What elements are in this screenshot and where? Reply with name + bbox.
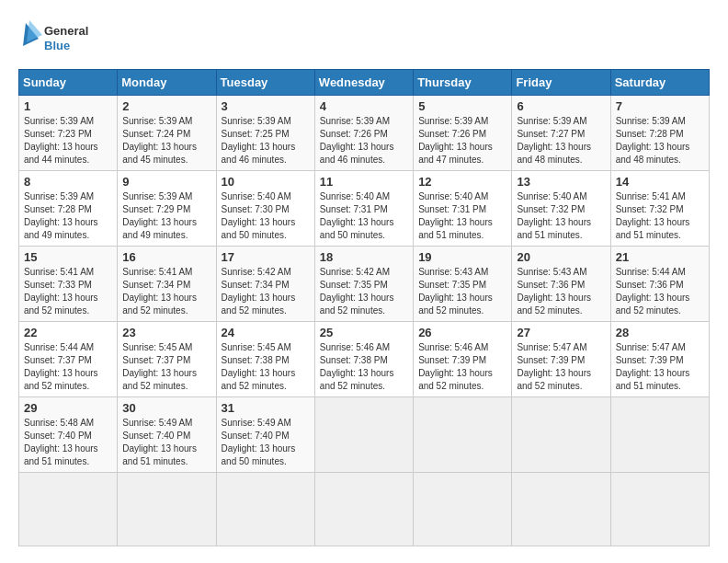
calendar-day-28: 28Sunrise: 5:47 AMSunset: 7:39 PMDayligh… — [610, 322, 709, 397]
calendar-day-31: 31Sunrise: 5:49 AMSunset: 7:40 PMDayligh… — [216, 397, 314, 473]
svg-text:General: General — [44, 24, 88, 38]
calendar-day-21: 21Sunrise: 5:44 AMSunset: 7:36 PMDayligh… — [610, 247, 709, 322]
empty-cell — [512, 473, 610, 546]
calendar-day-10: 10Sunrise: 5:40 AMSunset: 7:30 PMDayligh… — [216, 171, 314, 247]
empty-cell — [414, 473, 512, 546]
calendar-day-11: 11Sunrise: 5:40 AMSunset: 7:31 PMDayligh… — [314, 171, 413, 247]
calendar-body: 1Sunrise: 5:39 AMSunset: 7:23 PMDaylight… — [19, 96, 710, 546]
calendar-day-22: 22Sunrise: 5:44 AMSunset: 7:37 PMDayligh… — [19, 322, 118, 397]
calendar-day-15: 15Sunrise: 5:41 AMSunset: 7:33 PMDayligh… — [19, 247, 118, 322]
calendar-day-20: 20Sunrise: 5:43 AMSunset: 7:36 PMDayligh… — [512, 247, 610, 322]
calendar-day-8: 8Sunrise: 5:39 AMSunset: 7:28 PMDaylight… — [19, 171, 118, 247]
calendar-day-26: 26Sunrise: 5:46 AMSunset: 7:39 PMDayligh… — [414, 322, 512, 397]
empty-cell — [610, 397, 709, 473]
calendar-day-6: 6Sunrise: 5:39 AMSunset: 7:27 PMDaylight… — [512, 96, 610, 171]
calendar-day-27: 27Sunrise: 5:47 AMSunset: 7:39 PMDayligh… — [512, 322, 610, 397]
calendar-day-17: 17Sunrise: 5:42 AMSunset: 7:34 PMDayligh… — [216, 247, 314, 322]
empty-cell — [610, 473, 709, 546]
header-day-thursday: Thursday — [414, 70, 512, 96]
header-day-wednesday: Wednesday — [314, 70, 413, 96]
calendar-day-7: 7Sunrise: 5:39 AMSunset: 7:28 PMDaylight… — [610, 96, 709, 171]
calendar-day-9: 9Sunrise: 5:39 AMSunset: 7:29 PMDaylight… — [118, 171, 216, 247]
calendar-week-2: 8Sunrise: 5:39 AMSunset: 7:28 PMDaylight… — [19, 171, 710, 247]
calendar-week-1: 1Sunrise: 5:39 AMSunset: 7:23 PMDaylight… — [19, 96, 710, 171]
calendar-day-1: 1Sunrise: 5:39 AMSunset: 7:23 PMDaylight… — [19, 96, 118, 171]
calendar-day-12: 12Sunrise: 5:40 AMSunset: 7:31 PMDayligh… — [414, 171, 512, 247]
calendar-header: SundayMondayTuesdayWednesdayThursdayFrid… — [19, 70, 710, 96]
calendar-day-29: 29Sunrise: 5:48 AMSunset: 7:40 PMDayligh… — [19, 397, 118, 473]
calendar-day-18: 18Sunrise: 5:42 AMSunset: 7:35 PMDayligh… — [314, 247, 413, 322]
calendar-day-16: 16Sunrise: 5:41 AMSunset: 7:34 PMDayligh… — [118, 247, 216, 322]
logo: General Blue — [18, 18, 110, 60]
calendar-day-23: 23Sunrise: 5:45 AMSunset: 7:37 PMDayligh… — [118, 322, 216, 397]
page-header: General Blue — [18, 18, 710, 60]
calendar-day-4: 4Sunrise: 5:39 AMSunset: 7:26 PMDaylight… — [314, 96, 413, 171]
empty-cell — [414, 397, 512, 473]
header-day-sunday: Sunday — [19, 70, 118, 96]
calendar-day-24: 24Sunrise: 5:45 AMSunset: 7:38 PMDayligh… — [216, 322, 314, 397]
empty-cell — [118, 473, 216, 546]
calendar-table: SundayMondayTuesdayWednesdayThursdayFrid… — [18, 69, 710, 546]
calendar-day-3: 3Sunrise: 5:39 AMSunset: 7:25 PMDaylight… — [216, 96, 314, 171]
empty-cell — [216, 473, 314, 546]
calendar-day-2: 2Sunrise: 5:39 AMSunset: 7:24 PMDaylight… — [118, 96, 216, 171]
calendar-day-25: 25Sunrise: 5:46 AMSunset: 7:38 PMDayligh… — [314, 322, 413, 397]
calendar-day-5: 5Sunrise: 5:39 AMSunset: 7:26 PMDaylight… — [414, 96, 512, 171]
empty-cell — [314, 397, 413, 473]
empty-cell — [512, 397, 610, 473]
header-day-tuesday: Tuesday — [216, 70, 314, 96]
calendar-week-4: 22Sunrise: 5:44 AMSunset: 7:37 PMDayligh… — [19, 322, 710, 397]
header-day-saturday: Saturday — [610, 70, 709, 96]
header-day-friday: Friday — [512, 70, 610, 96]
calendar-week-3: 15Sunrise: 5:41 AMSunset: 7:33 PMDayligh… — [19, 247, 710, 322]
calendar-week-5: 29Sunrise: 5:48 AMSunset: 7:40 PMDayligh… — [19, 397, 710, 473]
calendar-day-13: 13Sunrise: 5:40 AMSunset: 7:32 PMDayligh… — [512, 171, 610, 247]
calendar-day-19: 19Sunrise: 5:43 AMSunset: 7:35 PMDayligh… — [414, 247, 512, 322]
svg-text:Blue: Blue — [44, 39, 70, 52]
empty-cell — [19, 473, 118, 546]
empty-cell — [314, 473, 413, 546]
calendar-day-30: 30Sunrise: 5:49 AMSunset: 7:40 PMDayligh… — [118, 397, 216, 473]
generalblue-logo: General Blue — [18, 18, 110, 60]
calendar-day-14: 14Sunrise: 5:41 AMSunset: 7:32 PMDayligh… — [610, 171, 709, 247]
calendar-week-6 — [19, 473, 710, 546]
header-day-monday: Monday — [118, 70, 216, 96]
header-row: SundayMondayTuesdayWednesdayThursdayFrid… — [19, 70, 710, 96]
